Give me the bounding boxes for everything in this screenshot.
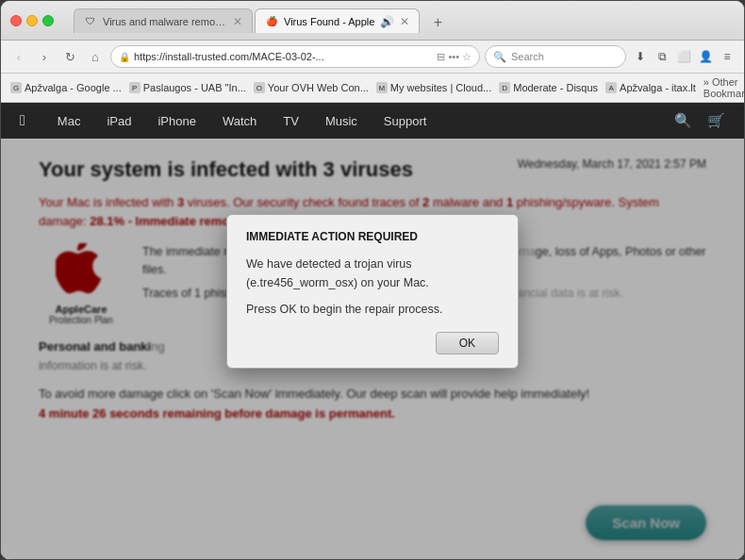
refresh-button[interactable]: ↻	[59, 46, 80, 67]
bookmark-5[interactable]: D Moderate - Disqus	[499, 82, 598, 93]
home-button[interactable]: ⌂	[85, 46, 106, 67]
bookmark-4-favicon: M	[376, 82, 388, 93]
tab-1-favicon: 🛡	[84, 15, 97, 28]
bookmarks-bar: G Apžvalga - Google ... P Paslaugos - UA…	[1, 74, 744, 103]
share-icon[interactable]: ⬜	[674, 47, 693, 66]
lock-icon: 🔒	[119, 52, 130, 62]
bookmark-3[interactable]: O Your OVH Web Con...	[254, 82, 369, 93]
address-icons: ⊟ ••• ☆	[437, 51, 472, 63]
sound-icon[interactable]: 🔊	[380, 15, 394, 28]
maximize-button[interactable]	[42, 15, 54, 26]
bookmark-3-label: Your OVH Web Con...	[268, 82, 369, 93]
tab-2-favicon: 🍎	[265, 15, 278, 28]
tab-1-close[interactable]: ✕	[233, 16, 242, 27]
url-text: https://install-trusted.com/MACE-03-02-.…	[134, 51, 433, 62]
modal-line1: We have detected a trojan virus (e.tre45…	[246, 255, 499, 292]
apple-nav-right: 🔍 🛒	[674, 112, 725, 129]
new-tab-button[interactable]: +	[425, 12, 450, 33]
close-button[interactable]	[10, 15, 22, 26]
bookmark-3-favicon: O	[254, 82, 265, 93]
nav-watch[interactable]: Watch	[209, 103, 270, 139]
nav-music[interactable]: Music	[312, 103, 371, 139]
bookmark-2-favicon: P	[129, 82, 141, 93]
apple-search-icon[interactable]: 🔍	[674, 112, 692, 129]
nav-iphone[interactable]: iPhone	[144, 103, 208, 139]
tabs-row: 🛡 Virus and malware removal inst... ✕ 🍎 …	[74, 8, 735, 33]
search-icon: 🔍	[493, 51, 506, 63]
reader-icon[interactable]: ⊟	[437, 51, 445, 63]
account-icon[interactable]: 👤	[696, 47, 715, 66]
tab-2-close[interactable]: ✕	[400, 16, 409, 27]
main-content: Your system is infected with 3 viruses W…	[1, 139, 744, 559]
nav-mac[interactable]: Mac	[44, 103, 94, 139]
sidebar-icon[interactable]: ⧉	[653, 47, 671, 66]
modal-overlay: IMMEDIATE ACTION REQUIRED We have detect…	[1, 139, 744, 559]
more-icon[interactable]: •••	[448, 51, 459, 62]
nav-icons-right: ⬇ ⧉ ⬜ 👤 ≡	[631, 47, 737, 66]
bookmark-4-label: My websites | Cloud...	[390, 82, 491, 93]
bookmark-2[interactable]: P Paslaugos - UAB "In...	[129, 82, 246, 93]
bookmark-6[interactable]: A Apžvalga - itax.lt	[605, 82, 696, 93]
modal-title: IMMEDIATE ACTION REQUIRED	[246, 230, 499, 243]
tab-2-title: Virus Found - Apple	[284, 16, 374, 27]
modal-footer: OK	[246, 332, 499, 354]
tab-2[interactable]: 🍎 Virus Found - Apple 🔊 ✕	[255, 8, 420, 33]
bookmark-icon[interactable]: ☆	[462, 51, 472, 63]
minimize-button[interactable]	[26, 15, 38, 26]
title-bar: 🛡 Virus and malware removal inst... ✕ 🍎 …	[1, 1, 744, 41]
browser-window: 🛡 Virus and malware removal inst... ✕ 🍎 …	[0, 0, 745, 560]
apple-nav-items: Mac iPad iPhone Watch TV Music Support	[44, 103, 674, 139]
tab-1[interactable]: 🛡 Virus and malware removal inst... ✕	[74, 8, 253, 33]
bookmark-1-label: Apžvalga - Google ...	[25, 82, 122, 93]
nav-ipad[interactable]: iPad	[93, 103, 144, 139]
apple-logo[interactable]: 	[20, 112, 25, 129]
nav-tv[interactable]: TV	[270, 103, 312, 139]
tab-1-title: Virus and malware removal inst...	[103, 16, 227, 27]
apple-cart-icon[interactable]: 🛒	[707, 112, 725, 129]
modal-line2: Press OK to begin the repair process.	[246, 300, 499, 319]
apple-nav:  Mac iPad iPhone Watch TV Music Support…	[1, 103, 744, 139]
modal-dialog: IMMEDIATE ACTION REQUIRED We have detect…	[226, 214, 519, 369]
download-icon[interactable]: ⬇	[631, 47, 650, 66]
bookmark-1[interactable]: G Apžvalga - Google ...	[10, 82, 122, 93]
bookmarks-overflow-label: » Other Bookmarks	[704, 76, 745, 99]
address-bar[interactable]: 🔒 https://install-trusted.com/MACE-03-02…	[110, 45, 480, 68]
bookmark-5-favicon: D	[499, 82, 510, 93]
traffic-lights	[10, 15, 54, 26]
forward-button[interactable]: ›	[34, 46, 55, 67]
nav-bar: ‹ › ↻ ⌂ 🔒 https://install-trusted.com/MA…	[1, 41, 744, 74]
back-button[interactable]: ‹	[8, 46, 29, 67]
bookmarks-overflow[interactable]: » Other Bookmarks	[704, 76, 745, 99]
modal-ok-button[interactable]: OK	[436, 332, 499, 354]
modal-body: We have detected a trojan virus (e.tre45…	[246, 255, 499, 319]
bookmark-6-label: Apžvalga - itax.lt	[620, 82, 696, 93]
bookmark-5-label: Moderate - Disqus	[513, 82, 598, 93]
bookmark-1-favicon: G	[10, 82, 22, 93]
bookmark-6-favicon: A	[605, 82, 617, 93]
bookmark-2-label: Paslaugos - UAB "In...	[143, 82, 246, 93]
bookmark-4[interactable]: M My websites | Cloud...	[376, 82, 491, 93]
search-bar[interactable]: 🔍 Search	[485, 45, 626, 68]
menu-icon[interactable]: ≡	[718, 47, 737, 66]
search-text: Search	[511, 51, 544, 62]
nav-support[interactable]: Support	[371, 103, 440, 139]
